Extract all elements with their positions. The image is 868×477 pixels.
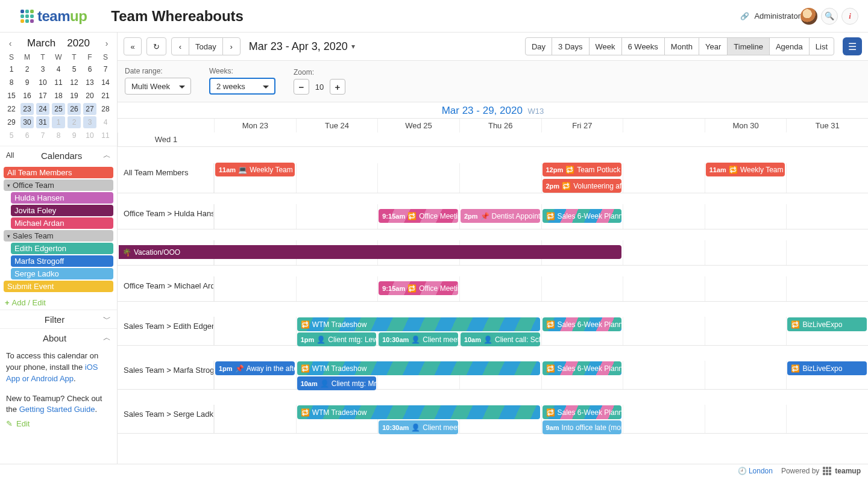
minical-day[interactable]: 26 (66, 102, 82, 116)
calendar-item[interactable]: Marfa Strogoff (11, 255, 113, 267)
minical-day[interactable]: 23 (19, 102, 35, 116)
minical-day[interactable]: 17 (35, 89, 51, 102)
event[interactable]: 11am💻Weekly Team Meeting (215, 163, 295, 176)
calendars-all[interactable]: All (6, 151, 14, 160)
minical-day[interactable]: 9 (66, 129, 82, 142)
zoom-in-button[interactable]: + (330, 79, 345, 95)
timeline-cell[interactable] (459, 163, 541, 193)
minical-year[interactable]: 2020 (67, 37, 90, 49)
avatar[interactable] (800, 8, 817, 25)
zoom-out-button[interactable]: − (294, 79, 309, 95)
event[interactable]: 2pm📌Dentist Appointment (461, 209, 540, 223)
minical-day[interactable]: 12 (66, 76, 82, 89)
minical-day[interactable]: 27 (82, 102, 98, 116)
timezone[interactable]: 🕘 London (738, 467, 773, 475)
timeline-cell[interactable] (214, 276, 296, 301)
event[interactable]: 1pm📌Away in the afternoon (215, 361, 295, 375)
timeline-cell[interactable] (459, 276, 541, 301)
minical-day[interactable]: 14 (98, 76, 113, 89)
timeline-cell[interactable] (705, 204, 787, 229)
view-agenda[interactable]: Agenda (769, 37, 810, 55)
timeline-cell[interactable] (214, 317, 296, 346)
event[interactable]: 12pm🔁Team Potluck Lunch (542, 163, 622, 176)
minical-day[interactable]: 18 (51, 89, 66, 102)
minical-day[interactable]: 3 (82, 116, 98, 129)
event[interactable]: 🔁Sales 6-Week Planning (542, 405, 622, 419)
minical-day[interactable]: 25 (51, 102, 66, 116)
calendar-item[interactable]: Hulda Hansen (11, 192, 113, 204)
minical-day[interactable]: 1 (4, 63, 19, 76)
event[interactable]: 🔁Sales 6-Week Planning (542, 317, 622, 331)
timeline-cell[interactable] (623, 405, 705, 434)
minical-day[interactable]: 10 (82, 129, 98, 142)
event[interactable]: 🔁WTM Tradeshow (297, 317, 540, 331)
timeline-cell[interactable] (786, 276, 868, 301)
weeks-select[interactable]: 2 weeks (209, 78, 275, 95)
calendar-item[interactable]: Jovita Foley (11, 205, 113, 216)
minical-day[interactable]: 31 (35, 116, 51, 129)
timeline-cell[interactable] (786, 163, 868, 193)
event[interactable]: 🔁WTM Tradeshow (297, 361, 540, 375)
menu-button[interactable]: ☰ (843, 37, 862, 55)
timeline-cell[interactable] (623, 163, 705, 193)
timeline-cell[interactable] (377, 163, 459, 193)
filter-section-head[interactable]: Filter ﹀ (0, 310, 117, 328)
timeline-cell[interactable] (705, 276, 787, 301)
minical-day[interactable]: 7 (35, 129, 51, 142)
timeline-cell[interactable] (623, 317, 705, 346)
event[interactable]: 10:30am👤Client meeting: (379, 332, 458, 346)
minical-month[interactable]: March (27, 37, 55, 49)
calendar-item[interactable]: ▾Sales Team (4, 230, 113, 242)
minical-day[interactable]: 4 (51, 63, 66, 76)
timeline-cell[interactable] (214, 204, 296, 229)
minical-day[interactable]: 7 (98, 63, 113, 76)
admin-menu[interactable]: 🔗 Administrator (740, 11, 800, 20)
date-range-display[interactable]: Mar 23 - Apr 3, 2020 ▾ (249, 40, 355, 53)
event[interactable]: 10:30am👤Client meeting: (379, 420, 458, 434)
minical-day[interactable]: 2 (66, 116, 82, 129)
minical-day[interactable]: 16 (19, 89, 35, 102)
minical-day[interactable]: 21 (98, 89, 113, 102)
edit-about[interactable]: ✎Edit (0, 419, 117, 428)
minical-day[interactable]: 20 (82, 89, 98, 102)
timeline-cell[interactable] (623, 240, 705, 265)
timeline-cell[interactable] (786, 204, 868, 229)
event[interactable]: 🔁BizLiveExpo (787, 361, 867, 375)
timeline-cell[interactable] (623, 204, 705, 229)
event[interactable]: 🔁Sales 6-Week Planning (542, 361, 622, 375)
timeline-cell[interactable] (705, 317, 787, 346)
minical-day[interactable]: 13 (82, 76, 98, 89)
minical-day[interactable]: 30 (19, 116, 35, 129)
minical-prev[interactable]: ‹ (5, 39, 16, 48)
calendar-item[interactable]: Michael Ardan (11, 217, 113, 229)
event[interactable]: 2pm🔁Volunteering afternoon (542, 179, 622, 193)
minical-day[interactable]: 6 (82, 63, 98, 76)
timeline-cell[interactable] (296, 204, 378, 229)
powered-by[interactable]: Powered by teamup (781, 467, 861, 475)
event[interactable]: 🔁WTM Tradeshow (297, 405, 540, 419)
event[interactable]: 9amInto office late (morning (542, 420, 622, 434)
calendar-item[interactable]: ▾Office Team (4, 179, 113, 191)
timeline-cell[interactable] (786, 240, 868, 265)
view-month[interactable]: Month (664, 37, 699, 55)
view-3-days[interactable]: 3 Days (552, 37, 589, 55)
calendar-item[interactable]: All Team Members (4, 167, 113, 178)
event[interactable]: 9:15am🔁Office Meeting (379, 209, 458, 223)
today-button[interactable]: Today (189, 37, 223, 55)
event[interactable]: 9:15am🔁Office Meeting (379, 281, 458, 295)
minical-day[interactable]: 28 (98, 102, 113, 116)
view-day[interactable]: Day (525, 37, 552, 55)
minical-day[interactable]: 11 (51, 76, 66, 89)
info-button[interactable]: i (841, 8, 858, 25)
event[interactable]: 🔁BizLiveExpo (787, 317, 867, 331)
minical-day[interactable]: 2 (19, 63, 35, 76)
timeline-cell[interactable] (705, 361, 787, 390)
minical-day[interactable]: 5 (4, 129, 19, 142)
minical-day[interactable]: 9 (19, 76, 35, 89)
timeline-cell[interactable] (705, 405, 787, 434)
minical-day[interactable]: 8 (51, 129, 66, 142)
view-year[interactable]: Year (699, 37, 728, 55)
timeline-cell[interactable] (786, 405, 868, 434)
minical-day[interactable]: 24 (35, 102, 51, 116)
nav-prev-button[interactable]: ‹ (171, 37, 189, 55)
